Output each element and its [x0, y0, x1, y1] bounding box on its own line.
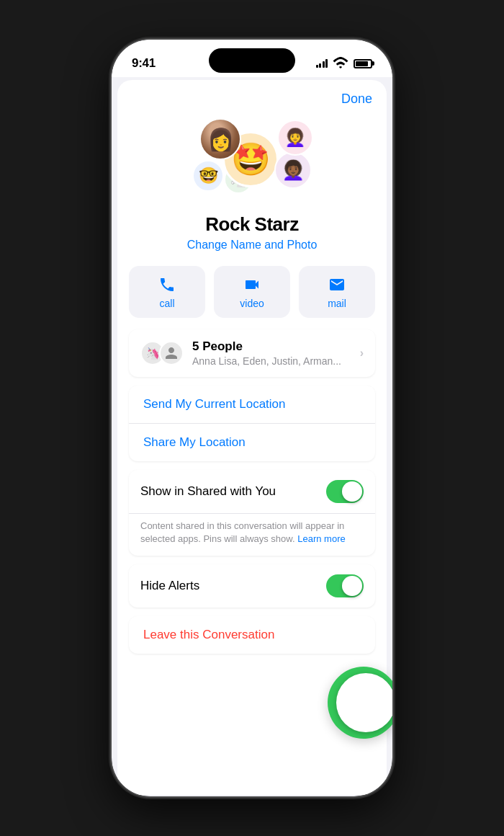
done-button-container: Done: [117, 80, 387, 112]
large-toggle-knob: [336, 673, 392, 732]
send-location-label: Send My Current Location: [143, 397, 286, 411]
shared-with-you-section: Show in Shared with You Content shared i…: [129, 470, 375, 556]
share-location-label: Share My Location: [143, 435, 246, 449]
hide-alerts-toggle[interactable]: [326, 574, 364, 597]
send-location-item[interactable]: Send My Current Location: [129, 386, 375, 424]
shared-with-you-label: Show in Shared with You: [140, 484, 276, 499]
status-bar: 9:41: [112, 40, 392, 77]
status-bar-icons: [316, 55, 373, 72]
phone-frame: 9:41 Done: [112, 40, 392, 796]
dynamic-island: [209, 48, 295, 73]
people-count: 5 People: [192, 339, 360, 354]
group-name: Rock Starz: [205, 213, 298, 236]
people-avatars: 🦄: [140, 341, 184, 365]
mini-avatar-2: [159, 341, 184, 365]
wifi-icon: [332, 55, 349, 72]
done-button[interactable]: Done: [341, 92, 372, 106]
learn-more-link[interactable]: Learn more: [297, 533, 345, 544]
phone-icon: [158, 276, 176, 293]
avatar-cluster: 🤩 🤓 🦄 👩‍🦱 👩🏾‍🦱: [191, 118, 313, 205]
people-section: 🦄 5 People Anna Lisa, Eden, Justin, Arma…: [129, 329, 375, 377]
avatar-bottom-left: 🤓: [192, 160, 224, 192]
share-location-item[interactable]: Share My Location: [129, 424, 375, 461]
shared-with-you-toggle[interactable]: [326, 480, 364, 503]
change-name-photo-link[interactable]: Change Name and Photo: [187, 239, 318, 252]
hide-alerts-section: Hide Alerts: [129, 564, 375, 608]
battery-icon: [354, 59, 372, 68]
video-icon: [243, 276, 261, 293]
signal-icon: [316, 59, 328, 68]
call-button[interactable]: call: [129, 266, 205, 318]
location-section: Send My Current Location Share My Locati…: [129, 386, 375, 461]
leave-conversation-item[interactable]: Leave this Conversation: [129, 616, 375, 654]
leave-section: Leave this Conversation: [129, 616, 375, 654]
mail-label: mail: [328, 298, 346, 309]
group-header: 🤩 🤓 🦄 👩‍🦱 👩🏾‍🦱 Rock Starz Change Name an…: [117, 112, 387, 266]
shared-with-you-description: Content shared in this conversation will…: [129, 514, 375, 556]
hide-alerts-label: Hide Alerts: [140, 579, 199, 593]
video-button[interactable]: video: [214, 266, 290, 318]
phone-screen: 9:41 Done: [112, 40, 392, 796]
people-names: Anna Lisa, Eden, Justin, Arman...: [192, 355, 360, 367]
action-buttons: call video mail: [117, 266, 387, 329]
leave-conversation-label: Leave this Conversation: [143, 628, 274, 641]
mail-icon: [328, 276, 346, 293]
mail-button[interactable]: mail: [299, 266, 375, 318]
avatar-top-right: 👩‍🦱: [277, 120, 313, 156]
large-toggle-overlay[interactable]: [328, 667, 392, 739]
people-list-item[interactable]: 🦄 5 People Anna Lisa, Eden, Justin, Arma…: [129, 329, 375, 377]
call-label: call: [159, 298, 174, 309]
toggle-knob: [342, 481, 362, 502]
video-label: video: [240, 298, 264, 309]
people-text: 5 People Anna Lisa, Eden, Justin, Arman.…: [192, 339, 360, 367]
chevron-icon: ›: [360, 347, 364, 360]
avatar-top-left: [199, 118, 241, 160]
hide-alerts-row: Hide Alerts: [129, 564, 375, 608]
hide-alerts-knob: [342, 576, 362, 596]
avatar-right: 👩🏾‍🦱: [274, 151, 312, 189]
shared-with-you-row: Show in Shared with You: [129, 470, 375, 514]
status-time: 9:41: [132, 56, 156, 71]
